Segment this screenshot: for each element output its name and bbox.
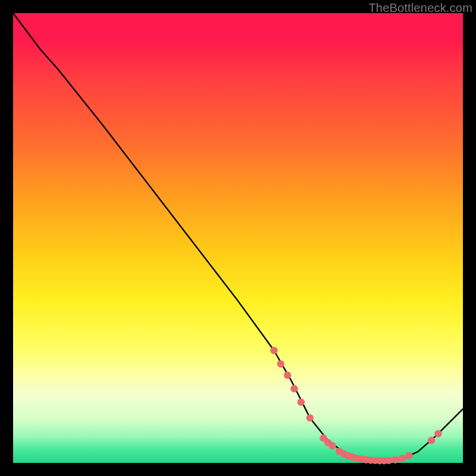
plot-area [13, 13, 463, 463]
data-marker [399, 455, 406, 462]
curve-line [13, 13, 463, 461]
data-marker [277, 360, 284, 367]
data-marker [306, 414, 314, 421]
markers-group [270, 347, 441, 465]
data-marker [284, 371, 291, 378]
chart-container: TheBottleneck.com [0, 0, 476, 476]
data-marker [329, 442, 336, 449]
data-marker [298, 399, 305, 406]
chart-svg [13, 13, 463, 463]
data-marker [434, 430, 441, 437]
data-marker [290, 385, 298, 392]
data-marker [428, 437, 435, 444]
data-marker [385, 457, 392, 464]
data-marker [270, 347, 277, 354]
data-marker [405, 452, 412, 459]
data-marker [392, 456, 399, 464]
